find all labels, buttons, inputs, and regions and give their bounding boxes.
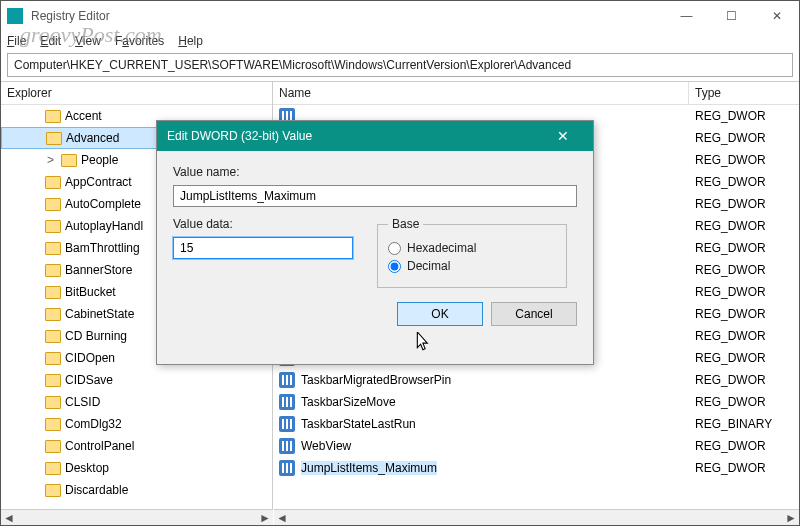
list-row-type: REG_DWOR (689, 307, 766, 321)
list-row-name: TaskbarStateLastRun (301, 417, 416, 431)
list-row-type: REG_DWOR (689, 175, 766, 189)
folder-icon (45, 286, 61, 299)
scroll-right-icon[interactable]: ► (783, 510, 799, 525)
menu-favorites[interactable]: Favorites (115, 34, 164, 48)
scroll-track[interactable] (290, 510, 783, 525)
close-button[interactable]: ✕ (754, 1, 799, 31)
tree-item[interactable]: CLSID (1, 391, 272, 413)
dialog-close-button[interactable]: ✕ (543, 121, 583, 151)
menu-bar: File Edit View Favorites Help (1, 31, 799, 51)
list-hscroll[interactable]: ◄ ► (274, 509, 799, 525)
list-row[interactable]: JumpListItems_MaximumREG_DWOR (273, 457, 799, 479)
tree-item-label: Desktop (65, 461, 109, 475)
list-row-type: REG_DWOR (689, 285, 766, 299)
tree-item-label: AutoComplete (65, 197, 141, 211)
tree-item-label: CIDSave (65, 373, 113, 387)
ok-button[interactable]: OK (397, 302, 483, 326)
menu-file[interactable]: File (7, 34, 26, 48)
scroll-left-icon[interactable]: ◄ (1, 510, 17, 525)
tree-item[interactable]: ControlPanel (1, 435, 272, 457)
list-row[interactable]: TaskbarSizeMoveREG_DWOR (273, 391, 799, 413)
cancel-button[interactable]: Cancel (491, 302, 577, 326)
tree-item-label: AppContract (65, 175, 132, 189)
tree-item-label: BannerStore (65, 263, 132, 277)
radio-hex[interactable]: Hexadecimal (388, 241, 556, 255)
folder-icon (46, 132, 62, 145)
list-header: Name Type (273, 82, 799, 105)
list-row-name: TaskbarSizeMove (301, 395, 396, 409)
window-title: Registry Editor (31, 9, 664, 23)
folder-icon (45, 176, 61, 189)
expander-icon[interactable]: > (47, 153, 57, 167)
menu-edit[interactable]: Edit (40, 34, 61, 48)
folder-icon (61, 154, 77, 167)
tree-item-label: Discardable (65, 483, 128, 497)
edit-dword-dialog: Edit DWORD (32-bit) Value ✕ Value name: … (156, 120, 594, 365)
value-name-input[interactable] (173, 185, 577, 207)
dialog-titlebar: Edit DWORD (32-bit) Value ✕ (157, 121, 593, 151)
folder-icon (45, 264, 61, 277)
address-bar[interactable]: Computer\HKEY_CURRENT_USER\SOFTWARE\Micr… (7, 53, 793, 77)
folder-icon (45, 462, 61, 475)
radio-hex-input[interactable] (388, 242, 401, 255)
tree-item-label: CD Burning (65, 329, 127, 343)
list-row-type: REG_DWOR (689, 197, 766, 211)
reg-value-icon (279, 372, 295, 388)
folder-icon (45, 110, 61, 123)
value-data-label: Value data: (173, 217, 353, 231)
tree-item-label: People (81, 153, 118, 167)
list-row-type: REG_BINARY (689, 417, 772, 431)
folder-icon (45, 374, 61, 387)
list-row-type: REG_DWOR (689, 131, 766, 145)
folder-icon (45, 198, 61, 211)
tree-item-label: CabinetState (65, 307, 134, 321)
tree-item[interactable]: ComDlg32 (1, 413, 272, 435)
list-row-type: REG_DWOR (689, 109, 766, 123)
list-row-name: TaskbarMigratedBrowserPin (301, 373, 451, 387)
maximize-button[interactable]: ☐ (709, 1, 754, 31)
minimize-button[interactable]: — (664, 1, 709, 31)
value-data-input[interactable] (173, 237, 353, 259)
dialog-title: Edit DWORD (32-bit) Value (167, 129, 312, 143)
tree-item-label: BamThrottling (65, 241, 140, 255)
reg-value-icon (279, 460, 295, 476)
list-row-type: REG_DWOR (689, 351, 766, 365)
folder-icon (45, 396, 61, 409)
tree-header: Explorer (1, 82, 272, 105)
tree-item-label: BitBucket (65, 285, 116, 299)
base-fieldset: Base Hexadecimal Decimal (377, 217, 567, 288)
tree-item-label: CIDOpen (65, 351, 115, 365)
folder-icon (45, 418, 61, 431)
tree-item-label: AutoplayHandl (65, 219, 143, 233)
radio-dec-input[interactable] (388, 260, 401, 273)
value-name-label: Value name: (173, 165, 577, 179)
folder-icon (45, 220, 61, 233)
tree-item-label: Accent (65, 109, 102, 123)
base-legend: Base (388, 217, 423, 231)
reg-value-icon (279, 394, 295, 410)
tree-item[interactable]: Discardable (1, 479, 272, 501)
scroll-track[interactable] (17, 510, 257, 525)
folder-icon (45, 308, 61, 321)
list-row[interactable]: TaskbarMigratedBrowserPinREG_DWOR (273, 369, 799, 391)
tree-item-label: ComDlg32 (65, 417, 122, 431)
radio-dec[interactable]: Decimal (388, 259, 556, 273)
list-row-type: REG_DWOR (689, 153, 766, 167)
list-row-type: REG_DWOR (689, 329, 766, 343)
menu-help[interactable]: Help (178, 34, 203, 48)
col-type[interactable]: Type (689, 82, 799, 104)
tree-item-label: ControlPanel (65, 439, 134, 453)
list-row-type: REG_DWOR (689, 241, 766, 255)
reg-value-icon (279, 438, 295, 454)
tree-item[interactable]: Desktop (1, 457, 272, 479)
list-row[interactable]: WebViewREG_DWOR (273, 435, 799, 457)
tree-item[interactable]: CIDSave (1, 369, 272, 391)
tree-hscroll[interactable]: ◄ ► (1, 509, 273, 525)
menu-view[interactable]: View (75, 34, 101, 48)
scroll-left-icon[interactable]: ◄ (274, 510, 290, 525)
app-icon (7, 8, 23, 24)
list-row[interactable]: TaskbarStateLastRunREG_BINARY (273, 413, 799, 435)
address-text: Computer\HKEY_CURRENT_USER\SOFTWARE\Micr… (14, 58, 571, 72)
col-name[interactable]: Name (273, 82, 689, 104)
scroll-right-icon[interactable]: ► (257, 510, 273, 525)
